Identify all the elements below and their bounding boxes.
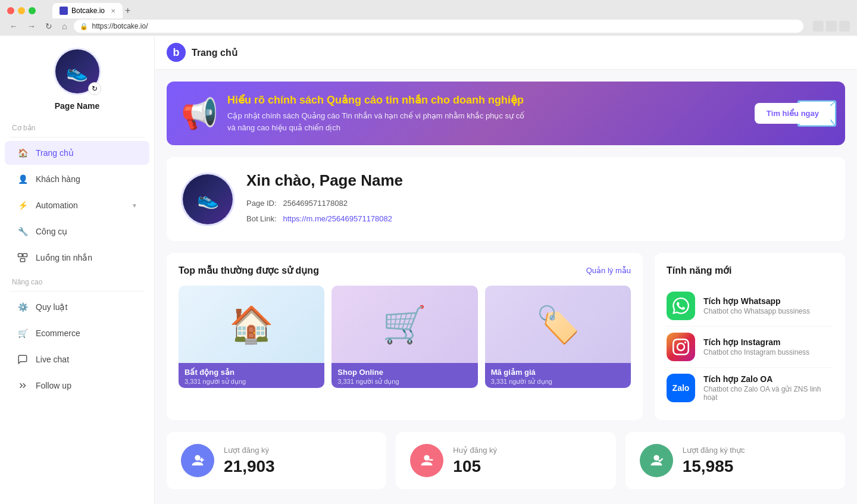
divider-1	[10, 137, 145, 137]
template-item-2[interactable]: 🛒 Shop Online 3,331 người sử dụng	[331, 286, 477, 388]
sidebar-item-livechat[interactable]: Live chat	[5, 348, 149, 371]
main-content: b Trang chủ 📢 Hiểu rõ chính sách Quảng c…	[155, 36, 857, 504]
feature-item-zalo[interactable]: Zalo Tích hợp Zalo OA Chatbot cho Zalo O…	[667, 368, 833, 408]
feature-name-whatsapp: Tích hợp Whatsapp	[703, 296, 833, 306]
page-title: Trang chủ	[192, 47, 237, 58]
divider-2	[10, 291, 145, 292]
template-label-3: Mã giảm giá 3,331 người sử dụng	[485, 363, 631, 388]
sidebar-profile: 👟 ↻ Page Name	[0, 36, 154, 117]
template-users-2: 3,331 người sử dụng	[337, 378, 471, 386]
extension-icons	[813, 21, 850, 32]
templates-section-title: Top mẫu thường được sử dụng	[179, 265, 319, 276]
banner-megaphone-icon: 📢	[181, 96, 218, 131]
template-name-3: Mã giảm giá	[491, 368, 625, 377]
ext-icon-3	[839, 21, 850, 32]
feature-text-instagram: Tích hợp Instagram Chatbot cho Instagram…	[703, 337, 833, 356]
tab-favicon	[60, 7, 68, 15]
stat-card-unsubscribes: Huỷ đăng ký 105	[396, 432, 615, 489]
sidebar-item-message-flow[interactable]: Luồng tin nhắn	[5, 246, 149, 270]
templates-card: Top mẫu thường được sử dụng Quản lý mẫu …	[167, 253, 643, 420]
livechat-icon	[17, 353, 29, 365]
profile-card-avatar: 👟	[181, 173, 234, 226]
back-button[interactable]: ←	[7, 20, 20, 32]
ext-icon-2	[826, 21, 837, 32]
sidebar-label-home: Trang chủ	[36, 148, 137, 158]
template-users-3: 3,331 người sử dụng	[491, 378, 625, 386]
feature-desc-instagram: Chatbot cho Instagram bussiness	[703, 348, 833, 356]
page-header: b Trang chủ	[155, 36, 857, 70]
sidebar-item-customers[interactable]: 👤 Khách hàng	[5, 167, 149, 191]
svg-rect-0	[18, 253, 23, 256]
maximize-button[interactable]	[29, 7, 36, 14]
botcake-logo: b	[167, 43, 186, 62]
ecommerce-icon: 🛒	[17, 327, 29, 339]
svg-point-5	[653, 455, 659, 461]
feature-text-zalo: Tích hợp Zalo OA Chatbot cho Zalo OA và …	[703, 374, 833, 402]
home-nav-button[interactable]: ⌂	[60, 20, 69, 32]
address-bar[interactable]: 🔒 https://botcake.io/	[74, 20, 803, 33]
reload-button[interactable]: ↻	[43, 20, 55, 32]
signups-label: Lượt đăng ký	[224, 446, 372, 455]
templates-grid: 🏠 Bất động sản 3,331 người sử dụng 🛒 Sho…	[179, 286, 631, 388]
active-tab[interactable]: Botcake.io ✕	[52, 3, 123, 18]
traffic-lights	[7, 7, 36, 14]
template-label-1: Bất động sản 3,331 người sử dụng	[179, 363, 324, 388]
minimize-button[interactable]	[18, 7, 25, 14]
banner-content: Hiểu rõ chính sách Quảng cáo tin nhắn ch…	[227, 93, 755, 133]
svg-rect-2	[20, 259, 25, 262]
feature-item-whatsapp[interactable]: Tích hợp Whatsapp Chatbot cho Whatsapp b…	[667, 286, 833, 327]
template-name-1: Bất động sản	[184, 368, 318, 377]
browser-tabs: Botcake.io ✕ +	[52, 3, 130, 18]
manage-templates-link[interactable]: Quản lý mẫu	[586, 266, 631, 275]
signups-value: 21,903	[224, 457, 372, 476]
url-text: https://botcake.io/	[92, 22, 148, 30]
sidebar-label-customers: Khách hàng	[36, 174, 137, 184]
home-icon: 🏠	[17, 147, 29, 159]
new-tab-button[interactable]: +	[125, 5, 130, 16]
features-card: Tính năng mới Tích hợp Whatsapp Chatbot …	[655, 253, 845, 420]
sidebar-item-tools[interactable]: 🔧 Công cụ	[5, 220, 149, 243]
banner: 📢 Hiểu rõ chính sách Quảng cáo tin nhắn …	[167, 82, 845, 145]
banner-cta-button[interactable]: Tìm hiểu ngay	[755, 103, 831, 124]
sidebar-label-automation: Automation	[36, 201, 124, 210]
avatar-refresh-button[interactable]: ↻	[88, 82, 101, 95]
bot-link-label: Bot Link:	[246, 214, 277, 223]
browser-chrome: Botcake.io ✕ + ← → ↻ ⌂ 🔒 https://botcake…	[0, 0, 857, 36]
template-item-3[interactable]: 🏷️ Mã giảm giá 3,331 người sử dụng	[485, 286, 631, 388]
sidebar-item-ecommerce[interactable]: 🛒 Ecommerce	[5, 321, 149, 345]
profile-greeting: Xin chào, Page Name	[246, 171, 831, 190]
sidebar-label-livechat: Live chat	[36, 355, 137, 364]
feature-name-instagram: Tích hợp Instagram	[703, 337, 833, 347]
sidebar-item-automation[interactable]: ⚡ Automation ▼	[5, 193, 149, 217]
tab-close-icon[interactable]: ✕	[111, 8, 115, 14]
bot-link-value[interactable]: https://m.me/256469571178082	[283, 214, 392, 223]
secure-icon: 🔒	[80, 23, 88, 30]
template-image-2: 🛒	[331, 286, 477, 363]
feature-desc-whatsapp: Chatbot cho Whatsapp bussiness	[703, 307, 833, 315]
sidebar-label-message-flow: Luồng tin nhắn	[36, 253, 137, 262]
stat-card-actual-signups: Lượt đăng ký thực 15,985	[625, 432, 845, 489]
whatsapp-icon	[667, 292, 695, 320]
forward-button[interactable]: →	[25, 20, 38, 32]
close-button[interactable]	[7, 7, 14, 14]
customers-icon: 👤	[17, 173, 29, 185]
profile-avatar-image: 👟	[183, 174, 233, 224]
unsubscribes-info: Huỷ đăng ký 105	[453, 446, 601, 476]
template-item-1[interactable]: 🏠 Bất động sản 3,331 người sử dụng	[179, 286, 324, 388]
sidebar-item-home[interactable]: 🏠 Trang chủ	[5, 141, 149, 165]
banner-description: Cập nhật chính sách Quảng cáo Tin nhắn v…	[227, 110, 525, 133]
sidebar-label-ecommerce: Ecommerce	[36, 328, 137, 338]
templates-section-header: Top mẫu thường được sử dụng Quản lý mẫu	[179, 265, 631, 276]
template-image-3: 🏷️	[485, 286, 631, 363]
sidebar-label-tools: Công cụ	[36, 227, 137, 236]
sidebar-item-rules[interactable]: ⚙️ Quy luật	[5, 295, 149, 319]
feature-item-instagram[interactable]: Tích hợp Instagram Chatbot cho Instagram…	[667, 327, 833, 368]
stat-card-signups: Lượt đăng ký 21,903	[167, 432, 386, 489]
sidebar-item-followup[interactable]: Follow up	[5, 374, 149, 397]
profile-meta: Page ID: 256469571178082 Bot Link: https…	[246, 196, 831, 227]
ext-icon-1	[813, 21, 824, 32]
page-id-value: 256469571178082	[283, 199, 347, 208]
sidebar-label-rules: Quy luật	[36, 302, 137, 312]
app-container: 👟 ↻ Page Name Cơ bản 🏠 Trang chủ 👤 Khách…	[0, 36, 857, 504]
tab-title: Botcake.io	[71, 7, 105, 15]
